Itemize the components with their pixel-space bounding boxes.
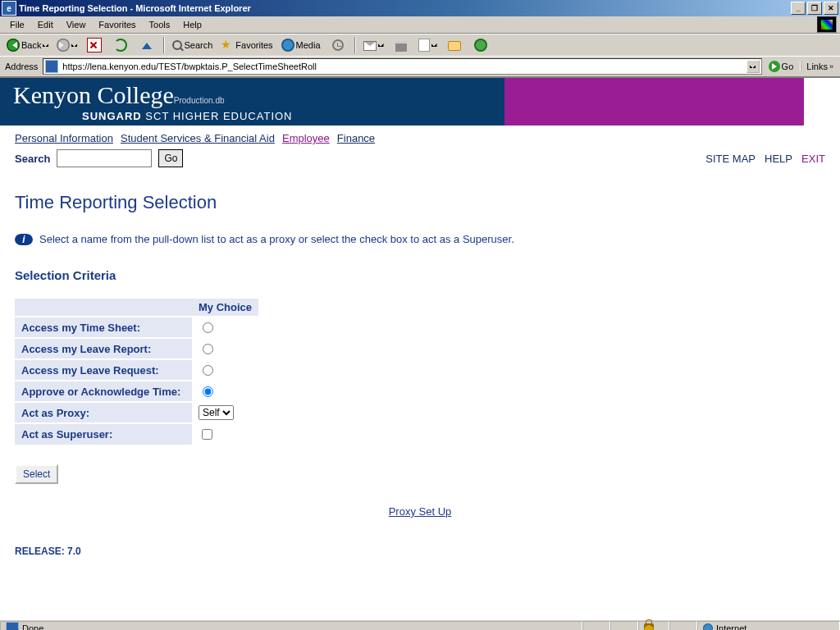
print-button[interactable] xyxy=(389,35,413,55)
radio-leave-request[interactable] xyxy=(203,365,213,376)
search-input[interactable] xyxy=(57,149,152,167)
go-button[interactable]: Go xyxy=(765,57,797,76)
back-icon xyxy=(7,39,20,52)
menu-bar: File Edit View Favorites Tools Help xyxy=(0,16,840,34)
chevron-down-icon xyxy=(431,43,437,47)
page-icon xyxy=(45,60,58,73)
edit-button[interactable] xyxy=(415,35,441,55)
tab-finance[interactable]: Finance xyxy=(337,132,375,144)
media-button[interactable]: Media xyxy=(278,35,324,55)
forward-button[interactable] xyxy=(53,35,80,55)
back-button[interactable]: Back xyxy=(3,35,52,55)
row-approve-time: Approve or Acknowledge Time: xyxy=(15,381,192,401)
star-icon: ★ xyxy=(221,39,234,52)
toolbar-separator xyxy=(163,37,165,53)
select-button[interactable]: Select xyxy=(15,464,58,484)
stop-button[interactable] xyxy=(82,35,107,55)
refresh-button[interactable] xyxy=(108,35,133,55)
standard-toolbar: Back Search ★Favorites Media xyxy=(0,34,840,57)
proxy-setup-row: Proxy Set Up xyxy=(15,505,825,518)
address-box[interactable] xyxy=(43,58,761,75)
status-empty xyxy=(610,621,638,630)
chevron-down-icon xyxy=(750,65,756,68)
info-icon: i xyxy=(15,234,33,245)
chevron-down-icon xyxy=(71,43,77,47)
address-dropdown[interactable] xyxy=(746,60,760,73)
home-icon xyxy=(142,38,152,49)
checkbox-superuser[interactable] xyxy=(202,429,212,440)
criteria-table: My Choice Access my Time Sheet: Access m… xyxy=(15,297,258,446)
home-button[interactable] xyxy=(135,35,159,55)
link-sitemap[interactable]: SITE MAP xyxy=(705,153,756,165)
status-empty xyxy=(582,621,610,630)
lock-icon xyxy=(644,623,654,630)
page-viewport[interactable]: Kenyon CollegeProduction.db SUNGARD SCT … xyxy=(0,77,840,619)
tab-student-services[interactable]: Student Services & Financial Aid xyxy=(121,132,275,144)
banner-right xyxy=(504,78,804,126)
radio-approve-time[interactable] xyxy=(203,386,213,397)
menu-help[interactable]: Help xyxy=(176,18,208,31)
search-button[interactable]: Search xyxy=(169,35,216,55)
print-icon xyxy=(395,41,407,52)
info-text: Select a name from the pull-down list to… xyxy=(39,233,514,245)
mail-icon xyxy=(363,41,377,51)
links-toolbar[interactable]: Links» xyxy=(800,62,837,71)
row-time-sheet: Access my Time Sheet: xyxy=(15,317,192,337)
discuss-button[interactable] xyxy=(442,35,467,55)
menu-view[interactable]: View xyxy=(60,18,93,31)
page-title: Time Reporting Selection xyxy=(15,192,825,213)
search-go-button[interactable]: Go xyxy=(158,149,183,167)
history-icon xyxy=(332,39,344,51)
menu-favorites[interactable]: Favorites xyxy=(92,18,142,31)
chevron-down-icon xyxy=(378,43,384,47)
minimize-button[interactable]: _ xyxy=(791,2,806,15)
chevron-right-icon: » xyxy=(829,62,833,71)
menu-file[interactable]: File xyxy=(3,18,31,31)
address-label: Address xyxy=(3,62,39,71)
address-bar: Address Go Links» xyxy=(0,57,840,77)
menu-tools[interactable]: Tools xyxy=(143,18,177,31)
status-bar: Done Internet xyxy=(0,619,840,630)
tab-personal-information[interactable]: Personal Information xyxy=(15,132,113,144)
close-button[interactable]: ✕ xyxy=(824,2,838,15)
search-row: Search Go xyxy=(15,149,183,167)
window-titlebar: e Time Reporting Selection - Microsoft I… xyxy=(0,0,840,16)
internet-zone-icon xyxy=(703,623,713,630)
tab-employee[interactable]: Employee xyxy=(282,132,330,144)
radio-time-sheet[interactable] xyxy=(203,322,213,333)
chevron-down-icon xyxy=(43,43,48,47)
page-content: Personal Information Student Services & … xyxy=(0,126,840,565)
row-act-as-proxy: Act as Proxy: xyxy=(15,403,192,422)
link-proxy-setup[interactable]: Proxy Set Up xyxy=(389,505,452,518)
media-icon xyxy=(281,39,294,52)
messenger-button[interactable] xyxy=(468,35,493,55)
search-label: Search xyxy=(15,153,50,165)
status-text: Done xyxy=(0,621,582,630)
radio-leave-report[interactable] xyxy=(203,344,213,354)
toolbar-separator xyxy=(354,37,356,53)
row-act-as-superuser: Act as Superuser: xyxy=(15,424,192,445)
link-help[interactable]: HELP xyxy=(765,153,792,165)
ie-throbber xyxy=(817,16,837,33)
sungard-label: SUNGARD SCT HIGHER EDUCATION xyxy=(82,110,293,122)
release-label: RELEASE: 7.0 xyxy=(15,546,825,557)
address-input[interactable] xyxy=(61,61,746,72)
window-title: Time Reporting Selection - Microsoft Int… xyxy=(19,3,789,13)
restore-button[interactable]: ❐ xyxy=(807,2,822,15)
search-icon xyxy=(172,40,182,50)
go-icon xyxy=(769,61,780,72)
menu-edit[interactable]: Edit xyxy=(31,18,60,31)
favorites-button[interactable]: ★Favorites xyxy=(217,35,276,55)
row-leave-request: Access my Leave Request: xyxy=(15,360,192,380)
mail-button[interactable] xyxy=(360,35,387,55)
discuss-icon xyxy=(448,41,461,51)
status-privacy xyxy=(669,621,697,630)
nav-tabs: Personal Information Student Services & … xyxy=(15,132,825,144)
history-button[interactable] xyxy=(326,35,350,55)
banner-left: Kenyon CollegeProduction.db SUNGARD SCT … xyxy=(0,78,504,126)
proxy-select[interactable]: Self xyxy=(199,405,234,420)
ie-icon: e xyxy=(2,1,16,16)
college-name: Kenyon College xyxy=(13,81,174,108)
link-exit[interactable]: EXIT xyxy=(801,153,825,165)
messenger-icon xyxy=(474,39,487,52)
